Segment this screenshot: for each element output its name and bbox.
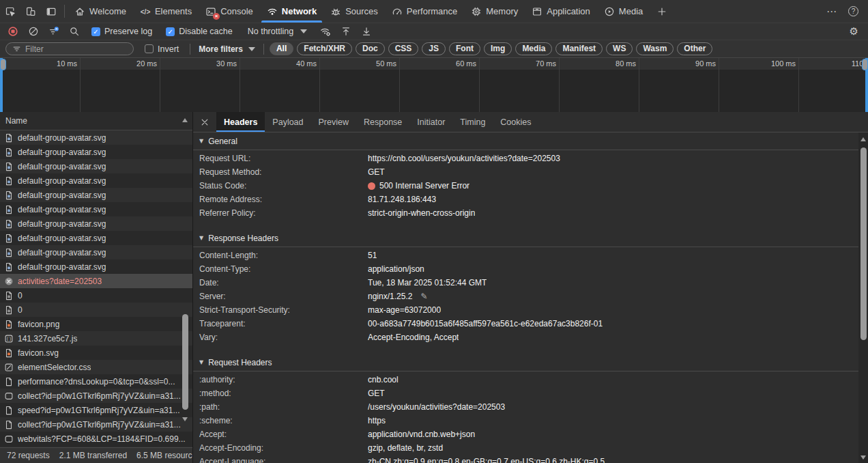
filter-type-wasm[interactable]: Wasm (636, 42, 674, 55)
request-row[interactable]: webvitals?FCP=608&LCP=1184&FID=0.699... (0, 432, 192, 446)
request-list-scrollbar[interactable] (180, 116, 190, 444)
search-button[interactable] (66, 24, 83, 39)
import-har-button[interactable] (337, 24, 355, 39)
filter-type-img[interactable]: Img (484, 42, 512, 55)
request-row[interactable]: elementSelector.css (0, 360, 192, 374)
record-button[interactable] (4, 24, 22, 39)
request-row[interactable]: default-group-avatar.svg (0, 202, 192, 216)
filter-type-all[interactable]: All (270, 42, 293, 55)
header-name: :method: (199, 389, 368, 398)
scrollbar-thumb[interactable] (860, 148, 867, 340)
tab-console[interactable]: ×Console (199, 0, 260, 23)
tab-media[interactable]: Media (597, 0, 650, 23)
inspect-element-button[interactable] (0, 0, 20, 23)
disable-cache-toggle[interactable]: ✓ Disable cache (166, 27, 233, 36)
scroll-up-button[interactable] (858, 135, 868, 143)
request-name: favicon.svg (18, 348, 59, 358)
request-row[interactable]: favicon.png (0, 317, 192, 331)
request-row[interactable]: collect?id=p0w1GTkrl6pmRj7yVZ&uin=a31... (0, 417, 192, 432)
detail-tab-initiator[interactable]: Initiator (409, 112, 452, 132)
filter-input[interactable]: Filter (5, 42, 134, 55)
preserve-log-checkbox[interactable]: ✓ (91, 27, 100, 36)
request-row[interactable]: activities?date=202503 (0, 274, 192, 288)
tab-application[interactable]: Application (525, 0, 597, 23)
request-row[interactable]: default-group-avatar.svg (0, 130, 192, 145)
focus-mode-button[interactable] (41, 0, 61, 23)
device-emulation-button[interactable] (20, 0, 41, 23)
left-grip[interactable] (0, 59, 6, 70)
scrollbar-thumb[interactable] (182, 314, 188, 410)
detail-tab-response[interactable]: Response (356, 112, 409, 132)
request-row[interactable]: default-group-avatar.svg (0, 231, 192, 245)
divider (190, 44, 190, 55)
tab-welcome[interactable]: Welcome (68, 0, 133, 23)
section-header[interactable]: ▼Request Headers (193, 354, 858, 371)
network-conditions-button[interactable] (317, 24, 334, 39)
detail-tab-headers[interactable]: Headers (216, 112, 265, 132)
tab-memory[interactable]: Memory (464, 0, 525, 23)
edit-pencil-icon[interactable]: ✎ (420, 292, 427, 301)
detail-tab-cookies[interactable]: Cookies (493, 112, 538, 132)
tab-more-tabs[interactable] (650, 0, 674, 23)
export-har-button[interactable] (358, 24, 375, 39)
help-icon[interactable]: ? (848, 6, 858, 16)
name-column-header[interactable]: Name (0, 112, 192, 130)
invert-checkbox[interactable] (145, 44, 154, 53)
scroll-down-button[interactable] (180, 415, 190, 423)
request-row[interactable]: default-group-avatar.svg (0, 216, 192, 231)
section-header[interactable]: ▼General (193, 132, 858, 150)
request-name: 0 (18, 305, 23, 315)
request-row[interactable]: default-group-avatar.svg (0, 159, 192, 173)
request-row[interactable]: 0 (0, 288, 192, 303)
header-row: Date:Tue, 18 Mar 2025 01:52:44 GMT (193, 276, 858, 290)
header-value: 81.71.248.186:443 (368, 195, 436, 204)
request-row[interactable]: 0 (0, 303, 192, 317)
request-row[interactable]: collect?id=p0w1GTkrl6pmRj7yVZ&uin=a31... (0, 389, 192, 403)
tab-label: Sources (345, 6, 378, 16)
request-name: default-group-avatar.svg (18, 219, 106, 229)
scroll-up-button[interactable] (180, 116, 190, 124)
throttling-dropdown[interactable]: No throttling (248, 27, 307, 36)
request-row[interactable]: default-group-avatar.svg (0, 188, 192, 202)
filter-type-ws[interactable]: WS (606, 42, 633, 55)
overview-left-handle[interactable] (0, 58, 3, 112)
filter-type-fetch-xhr[interactable]: Fetch/XHR (297, 42, 352, 55)
request-row[interactable]: speed?id=p0w1GTkrl6pmRj7yVZ&uin=a31... (0, 403, 192, 417)
detail-tab-preview[interactable]: Preview (311, 112, 356, 132)
tab-performance[interactable]: Performance (385, 0, 464, 23)
clear-button[interactable] (25, 24, 42, 39)
filter-type-js[interactable]: JS (422, 42, 446, 55)
more-filters-dropdown[interactable]: More filters (199, 44, 255, 54)
scroll-down-button[interactable] (858, 453, 868, 462)
request-row[interactable]: performance?dnsLookup=0&tcp=0&ssl=0... (0, 374, 192, 389)
invert-toggle[interactable]: Invert (145, 44, 179, 54)
request-row[interactable]: default-group-avatar.svg (0, 145, 192, 159)
detail-scrollbar[interactable] (858, 132, 868, 463)
request-row[interactable]: default-group-avatar.svg (0, 245, 192, 259)
filter-type-font[interactable]: Font (449, 42, 480, 55)
preserve-log-toggle[interactable]: ✓ Preserve log (91, 27, 152, 36)
request-row[interactable]: ( )141.327ce5c7.js (0, 331, 192, 346)
filter-type-media[interactable]: Media (515, 42, 552, 55)
tab-network[interactable]: Network (260, 0, 323, 23)
close-detail-button[interactable] (193, 112, 216, 132)
filter-type-manifest[interactable]: Manifest (555, 42, 603, 55)
detail-tab-payload[interactable]: Payload (265, 112, 310, 132)
network-overview-timeline[interactable]: 10 ms20 ms30 ms40 ms50 ms60 ms70 ms80 ms… (0, 58, 868, 112)
request-row[interactable]: default-group-avatar.svg (0, 173, 192, 188)
filter-type-other[interactable]: Other (677, 42, 712, 55)
tab-sources[interactable]: Sources (323, 0, 385, 23)
right-grip[interactable] (862, 59, 868, 70)
request-row[interactable]: default-group-avatar.svg (0, 259, 192, 274)
tab-elements[interactable]: </>Elements (133, 0, 199, 23)
filter-type-doc[interactable]: Doc (356, 42, 385, 55)
request-row[interactable]: favicon.svg (0, 346, 192, 360)
more-options-icon[interactable]: ⋯ (820, 5, 843, 18)
filter-type-css[interactable]: CSS (388, 42, 419, 55)
section-header[interactable]: ▼Response Headers (193, 229, 858, 247)
settings-gear-icon[interactable]: ⚙ (844, 25, 864, 38)
overview-right-handle[interactable] (865, 58, 868, 112)
detail-tab-timing[interactable]: Timing (452, 112, 493, 132)
disable-cache-checkbox[interactable]: ✓ (166, 27, 175, 36)
filter-toggle-button[interactable] (45, 24, 63, 39)
